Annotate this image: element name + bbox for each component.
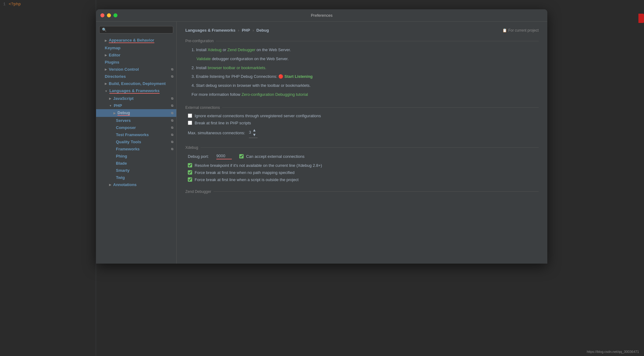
project-icon: 📋 bbox=[502, 28, 507, 33]
checkbox-label: Force break at first line when no path m… bbox=[195, 170, 294, 175]
checkbox-resolve-bp[interactable]: Resolve breakpoint if it's not available… bbox=[185, 163, 539, 168]
close-button[interactable] bbox=[100, 13, 104, 17]
zend-debugger-section: Zend Debugger bbox=[185, 189, 539, 194]
sidebar-item-twig[interactable]: Twig bbox=[96, 174, 176, 181]
arrow-icon: ▶ bbox=[109, 97, 111, 100]
breadcrumb-debug: Debug bbox=[256, 28, 269, 33]
checkbox-break-first-line[interactable]: Break at first line in PHP scripts bbox=[185, 121, 539, 125]
arrow-up-icon[interactable]: ▲ bbox=[252, 128, 256, 132]
sidebar-item-label: Servers bbox=[116, 118, 131, 123]
sidebar-item-javascript[interactable]: ▶ JavaScript ⧉ bbox=[96, 95, 176, 102]
sidebar-item-version-control[interactable]: ▶ Version Control ⧉ bbox=[96, 66, 176, 73]
sidebar-item-quality-tools[interactable]: Quality Tools ⧉ bbox=[96, 138, 176, 145]
max-conn-value: 3 bbox=[249, 130, 251, 135]
sidebar-item-label: Composer bbox=[116, 125, 136, 130]
xdebug-title: Xdebug bbox=[185, 145, 539, 150]
zero-config-link[interactable]: Zero-configuration Debugging tutorial bbox=[241, 92, 308, 97]
start-listening-link[interactable]: Start Listening bbox=[285, 74, 313, 79]
checkbox-label: Break at first line in PHP scripts bbox=[195, 121, 251, 125]
project-label[interactable]: 📋 For current project bbox=[502, 28, 539, 33]
sidebar-item-label: Twig bbox=[116, 175, 125, 180]
sidebar-item-label: Annotations bbox=[113, 182, 137, 187]
sidebar-item-editor[interactable]: ▶ Editor bbox=[96, 51, 176, 59]
sidebar-item-directories[interactable]: Directories ⧉ bbox=[96, 73, 176, 80]
window-body: ▶ Appearance & Behavior Keymap ▶ Editor … bbox=[96, 22, 547, 264]
breadcrumb-languages[interactable]: Languages & Frameworks bbox=[185, 28, 236, 33]
preferences-window: Preferences ▶ Appearance & Behavior Keym… bbox=[96, 9, 547, 264]
sidebar-item-test-frameworks[interactable]: Test Frameworks ⧉ bbox=[96, 131, 176, 138]
preconfiguration-section: Pre-configuration 1. Install Xdebug or Z… bbox=[185, 39, 539, 98]
step-text: debugger configuration on the Web Server… bbox=[212, 56, 289, 61]
xdebug-link[interactable]: Xdebug bbox=[208, 47, 222, 52]
checkbox-force-break-no-path-input[interactable] bbox=[188, 170, 192, 175]
validate-link[interactable]: Validate bbox=[196, 56, 211, 61]
arrow-down-icon[interactable]: ▼ bbox=[252, 132, 256, 137]
precfg-step3: 3. Enable listening for PHP Debug Connec… bbox=[185, 73, 539, 80]
sidebar-item-label: Frameworks bbox=[116, 147, 140, 151]
max-conn-spinner[interactable]: 3 ▲ ▼ bbox=[249, 128, 258, 138]
can-accept-checkbox[interactable] bbox=[239, 154, 244, 158]
code-content: <?php bbox=[9, 1, 21, 7]
checkbox-label: Ignore external connections through unre… bbox=[195, 113, 321, 118]
checkbox-force-break-no-path[interactable]: Force break at first line when no path m… bbox=[185, 170, 539, 175]
sidebar-item-label: JavaScript bbox=[113, 96, 134, 101]
checkbox-force-break-outside[interactable]: Force break at first line when a script … bbox=[185, 177, 539, 182]
sidebar-item-languages[interactable]: ▼ Languages & Frameworks bbox=[96, 87, 176, 95]
copy-icon: ⧉ bbox=[171, 68, 173, 71]
title-bar: Preferences bbox=[96, 9, 547, 22]
step-num: 2. Install bbox=[192, 65, 208, 70]
sidebar-item-phing[interactable]: Phing bbox=[96, 153, 176, 160]
sidebar-item-keymap[interactable]: Keymap bbox=[96, 44, 176, 51]
breadcrumb-php[interactable]: PHP bbox=[242, 28, 250, 33]
project-text: For current project bbox=[508, 28, 539, 33]
search-container[interactable] bbox=[96, 24, 176, 37]
sidebar-item-label: Keymap bbox=[105, 46, 121, 50]
max-connections-row: Max. simultaneous connections: 3 ▲ ▼ bbox=[185, 128, 539, 138]
sidebar-item-build[interactable]: ▶ Build, Execution, Deployment bbox=[96, 80, 176, 87]
copy-icon: ⧉ bbox=[171, 104, 173, 108]
precfg-step1: 1. Install Xdebug or Zend Debugger on th… bbox=[185, 47, 539, 53]
minimize-button[interactable] bbox=[107, 13, 111, 17]
sidebar-item-frameworks[interactable]: Frameworks ⧉ bbox=[96, 145, 176, 153]
step-num: 3. Enable listening for PHP Debug Connec… bbox=[192, 74, 278, 79]
search-input[interactable] bbox=[99, 26, 173, 33]
sidebar-item-plugins[interactable]: Plugins bbox=[96, 59, 176, 66]
sidebar-item-php[interactable]: ▼ PHP ⧉ bbox=[96, 102, 176, 109]
sidebar-item-label: Appearance & Behavior bbox=[109, 38, 154, 43]
external-connections-section: External connections Ignore external con… bbox=[185, 105, 539, 138]
precfg-step4: 4. Start debug session in browser with t… bbox=[185, 82, 539, 89]
sidebar-item-label: Editor bbox=[109, 53, 121, 57]
copy-icon: ⧉ bbox=[171, 126, 173, 130]
debug-port-value[interactable]: 9000 bbox=[216, 154, 232, 159]
xdebug-section: Xdebug Debug port: 9000 Can accept exter… bbox=[185, 145, 539, 182]
sidebar-item-debug[interactable]: ▶ Debug ⧉ bbox=[96, 109, 176, 117]
arrow-icon: ▶ bbox=[105, 39, 107, 42]
sidebar-item-annotations[interactable]: ▶ Annotations bbox=[96, 181, 176, 188]
checkbox-force-break-outside-input[interactable] bbox=[188, 177, 192, 182]
sidebar-item-composer[interactable]: Composer ⧉ bbox=[96, 124, 176, 131]
maximize-button[interactable] bbox=[113, 13, 117, 17]
zend-debugger-link[interactable]: Zend Debugger bbox=[227, 47, 255, 52]
sidebar-item-label: Phing bbox=[116, 154, 127, 158]
can-accept-row[interactable]: Can accept external connections bbox=[239, 154, 305, 159]
checkbox-ignore-external-input[interactable] bbox=[188, 113, 192, 118]
main-content: Languages & Frameworks › PHP › Debug 📋 F… bbox=[177, 22, 547, 264]
sidebar-item-appearance[interactable]: ▶ Appearance & Behavior bbox=[96, 37, 176, 44]
sidebar-item-smarty[interactable]: Smarty bbox=[96, 167, 176, 174]
sidebar-item-label: Directories bbox=[105, 74, 126, 79]
debug-port-label: Debug port: bbox=[188, 154, 209, 159]
sidebar-item-servers[interactable]: Servers ⧉ bbox=[96, 117, 176, 124]
checkbox-ignore-external[interactable]: Ignore external connections through unre… bbox=[185, 113, 539, 118]
sidebar-item-label: Languages & Frameworks bbox=[109, 88, 160, 94]
close-red-tab[interactable] bbox=[638, 14, 644, 23]
spinner-arrows[interactable]: ▲ ▼ bbox=[252, 128, 258, 137]
arrow-icon: ▶ bbox=[105, 54, 107, 57]
sidebar-item-label: Test Frameworks bbox=[116, 132, 149, 137]
checkbox-break-first-line-input[interactable] bbox=[188, 121, 192, 125]
browser-toolbar-link[interactable]: browser toolbar or bookmarklets. bbox=[208, 65, 266, 70]
sidebar-item-blade[interactable]: Blade bbox=[96, 160, 176, 167]
arrow-icon: ▼ bbox=[105, 90, 108, 93]
sidebar-item-label: Build, Execution, Deployment bbox=[109, 81, 165, 86]
url-bar: https://blog.csdn.net/qq_30036471 bbox=[587, 350, 639, 354]
checkbox-resolve-bp-input[interactable] bbox=[188, 163, 192, 167]
